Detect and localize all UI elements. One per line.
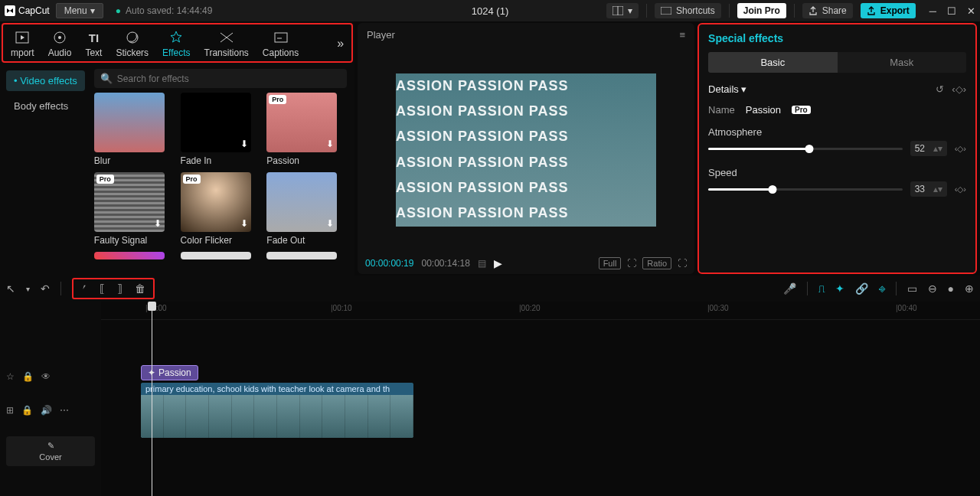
svg-point-6 xyxy=(58,36,61,39)
tab-transitions[interactable]: Transitions xyxy=(204,29,249,58)
zoom-slider[interactable]: ● xyxy=(948,282,954,295)
transitions-icon xyxy=(218,29,235,46)
svg-rect-8 xyxy=(275,33,287,42)
timeline: ☆ 🔒 👁 ⊞ 🔒 🔊 ⋯ ✎ Cover |00:00 |00:10 |00:… xyxy=(0,302,980,496)
cover-button[interactable]: ✎ Cover xyxy=(6,436,95,466)
ratio-button[interactable]: Ratio xyxy=(642,257,671,269)
shortcuts-button[interactable]: Shortcuts xyxy=(655,3,721,18)
download-icon: ⬇ xyxy=(240,139,248,149)
zoom-in-icon[interactable]: ⊕ xyxy=(965,282,974,295)
share-button[interactable]: Share xyxy=(802,3,853,18)
time-ruler[interactable]: |00:00 |00:10 |00:20 |00:30 |00:40 xyxy=(101,302,980,320)
speed-label: Speed xyxy=(708,167,966,178)
delete-tool[interactable]: 🗑 xyxy=(135,282,145,295)
share-icon xyxy=(808,6,818,15)
preview-icon[interactable]: ▭ xyxy=(907,282,917,295)
chevron-down-icon[interactable]: ▾ xyxy=(26,285,30,293)
properties-panel-highlighted: Special effects Basic Mask Details ▾ ↺ ‹… xyxy=(697,23,977,274)
export-button[interactable]: Export xyxy=(861,3,916,18)
effect-card-colorflicker[interactable]: Pro⬇ Color Flicker xyxy=(181,172,260,246)
text-icon: TI xyxy=(85,29,102,46)
side-tab-body-effects[interactable]: Body effects xyxy=(6,96,85,116)
pointer-tool[interactable]: ↖ xyxy=(6,282,15,295)
tab-basic[interactable]: Basic xyxy=(708,52,837,73)
play-button[interactable]: ▶ xyxy=(494,257,502,269)
scan-icon[interactable]: ⛶ xyxy=(627,258,636,269)
timeline-tracks[interactable]: |00:00 |00:10 |00:20 |00:30 |00:40 ✦ Pas… xyxy=(101,302,980,496)
eye-icon[interactable]: 👁 xyxy=(41,371,51,382)
keyframe-icon[interactable]: ‹◇› xyxy=(955,184,966,194)
tab-captions[interactable]: Captions xyxy=(263,29,299,58)
speed-slider[interactable] xyxy=(708,188,903,191)
mute-icon[interactable]: 🔊 xyxy=(41,405,52,416)
pro-badge: Pro xyxy=(183,175,201,184)
track-icon[interactable]: ⊞ xyxy=(6,405,14,416)
audio-icon xyxy=(51,29,68,46)
snap-icon[interactable]: ✦ xyxy=(835,282,844,295)
tab-stickers[interactable]: Stickers xyxy=(116,29,149,58)
tab-mask[interactable]: Mask xyxy=(838,52,966,73)
lock-icon[interactable]: 🔒 xyxy=(22,371,34,382)
maximize-button[interactable]: ☐ xyxy=(947,5,956,17)
effect-card-fadein[interactable]: ⬇ Fade In xyxy=(181,93,260,166)
join-pro-button[interactable]: Join Pro xyxy=(737,3,786,18)
tab-import[interactable]: mport xyxy=(11,29,34,58)
close-button[interactable]: ✕ xyxy=(967,5,975,17)
reset-icon[interactable]: ↺ xyxy=(936,83,944,95)
split-tool[interactable]: ⎖ xyxy=(81,282,87,295)
list-icon[interactable]: ▤ xyxy=(478,258,486,269)
mic-icon[interactable]: 🎤 xyxy=(783,282,796,295)
align-icon[interactable]: ⎆ xyxy=(879,282,885,295)
zoom-out-icon[interactable]: ⊖ xyxy=(928,282,937,295)
pro-badge: Pro xyxy=(792,106,811,114)
link-icon[interactable]: 🔗 xyxy=(855,282,868,295)
stickers-icon xyxy=(124,29,141,46)
side-tab-video-effects[interactable]: • Video effects xyxy=(6,70,85,91)
name-label: Name xyxy=(708,104,735,116)
effect-card-fadeout[interactable]: ⬇ Fade Out xyxy=(266,172,345,246)
project-title: 1024 (1) xyxy=(472,5,508,17)
video-clip[interactable]: primary education, school kids with teac… xyxy=(141,383,413,438)
player-menu-icon[interactable]: ≡ xyxy=(679,29,685,41)
check-icon: ● xyxy=(116,5,121,16)
menu-button[interactable]: Menu ▾ xyxy=(56,3,103,18)
timeline-toolbar: ↖ ▾ ↶ ⎖ ⟦ ⟧ 🗑 🎤 ⎍ ✦ 🔗 ⎆ ▭ ⊖ ● ⊕ xyxy=(0,276,980,302)
effect-card-passion[interactable]: Pro⬇ Passion xyxy=(266,93,345,166)
more-tabs-button[interactable]: » xyxy=(337,37,344,51)
more-icon[interactable]: ⋯ xyxy=(60,405,69,416)
download-icon: ⬇ xyxy=(154,218,162,229)
player-title: Player xyxy=(367,29,395,41)
trim-right-tool[interactable]: ⟧ xyxy=(117,282,122,295)
magnet-icon[interactable]: ⎍ xyxy=(818,282,825,295)
fullscreen-icon[interactable]: ⛶ xyxy=(678,258,687,269)
download-icon: ⬇ xyxy=(326,218,334,229)
star-icon[interactable]: ☆ xyxy=(6,371,15,382)
media-panel: mport Audio TI Text Stickers Effects Tra… xyxy=(0,21,354,276)
atmosphere-slider[interactable] xyxy=(708,148,903,150)
name-value: Passion xyxy=(746,104,781,116)
tab-effects[interactable]: Effects xyxy=(162,29,190,58)
lock-icon[interactable]: 🔒 xyxy=(21,405,33,416)
keyframe-icon[interactable]: ‹◇› xyxy=(955,144,966,154)
effect-card-faulty[interactable]: Pro⬇ Faulty Signal xyxy=(94,172,173,246)
trim-left-tool[interactable]: ⟦ xyxy=(100,282,105,295)
layout-button[interactable]: ▾ xyxy=(606,3,639,18)
effects-icon xyxy=(168,29,185,46)
playhead[interactable] xyxy=(152,302,152,496)
full-button[interactable]: Full xyxy=(599,257,622,269)
keyframe-nav-icon[interactable]: ‹◇› xyxy=(952,83,966,95)
tab-text[interactable]: TI Text xyxy=(85,29,102,58)
layout-icon xyxy=(612,6,623,15)
tab-audio[interactable]: Audio xyxy=(48,29,72,58)
search-input[interactable] xyxy=(117,73,341,84)
svg-rect-3 xyxy=(661,7,671,15)
speed-value[interactable]: 33▴▾ xyxy=(910,181,947,197)
undo-button[interactable]: ↶ xyxy=(41,282,50,295)
search-effects[interactable]: 🔍 xyxy=(94,69,347,88)
effect-card-blur[interactable]: Blur xyxy=(94,93,173,166)
preview-viewport[interactable]: ASSION PASSION PASS ASSION PASSION PASS … xyxy=(396,73,656,227)
atmosphere-value[interactable]: 52▴▾ xyxy=(910,141,947,156)
effect-clip-passion[interactable]: ✦ Passion xyxy=(141,365,198,380)
total-timecode: 00:00:14:18 xyxy=(421,258,469,269)
minimize-button[interactable]: ─ xyxy=(929,5,936,17)
